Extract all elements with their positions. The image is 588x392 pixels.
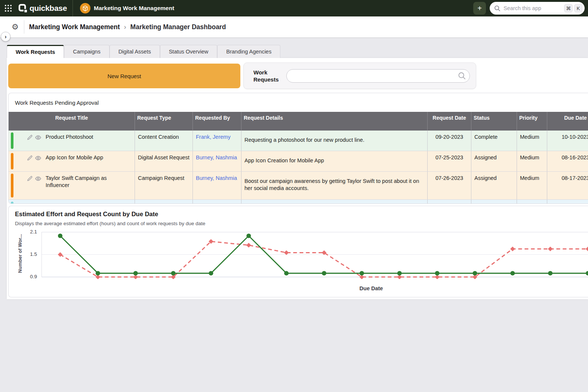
request-status: Assigned bbox=[471, 172, 517, 199]
request-status: Pending Review bbox=[471, 200, 517, 204]
request-status: Assigned bbox=[471, 151, 517, 171]
request-details: App Icon Creation for Mobile App bbox=[241, 151, 427, 171]
row-status-accent-bar bbox=[11, 202, 13, 204]
breadcrumb-app-link[interactable]: Marketing Work Management bbox=[29, 23, 120, 31]
app-cube-icon bbox=[80, 3, 90, 13]
quickbase-logo[interactable]: quickbase bbox=[18, 4, 67, 13]
tab-work-requests[interactable]: Work Requests bbox=[7, 45, 64, 58]
table-row[interactable]: App Icon for Mobile AppDigital Asset Req… bbox=[9, 151, 588, 172]
request-type: Content Creation bbox=[135, 131, 193, 151]
due-date: 08-16-2023 bbox=[547, 151, 588, 171]
due-date: 08-15-2024 bbox=[547, 200, 588, 204]
requested-by-link[interactable]: Frank, Jeremy bbox=[193, 131, 241, 151]
row-status-accent-bar bbox=[11, 153, 13, 169]
request-date: 07-26-2023 bbox=[427, 172, 471, 199]
view-record-icon[interactable] bbox=[35, 155, 41, 161]
gear-icon[interactable]: ⚙ bbox=[12, 22, 19, 31]
table-row[interactable]: Taylor Swift Campaign as InfluencerCampa… bbox=[9, 172, 588, 200]
row-status-accent-bar bbox=[11, 174, 13, 197]
work-requests-search-card: Work Requests bbox=[243, 62, 476, 89]
request-date: 09-20-2023 bbox=[427, 131, 471, 151]
tab-bar: Work RequestsCampaignsDigital AssetsStat… bbox=[7, 45, 280, 58]
chart-y-tick: 0.9 bbox=[24, 274, 37, 279]
breadcrumb: ⚙ Marketing Work Management › Marketing … bbox=[0, 16, 588, 37]
chart-x-axis-label: Due Date bbox=[338, 285, 405, 291]
requested-by-link[interactable]: Burney, Nashmia bbox=[193, 172, 241, 199]
app-window: quickbase Marketing Work Management + bbox=[0, 0, 588, 392]
request-type: Content Creation bbox=[135, 200, 193, 204]
column-header-status[interactable]: Status bbox=[471, 112, 517, 131]
topbar-divider bbox=[73, 0, 73, 16]
request-date: 07-28-2024 bbox=[427, 200, 471, 204]
pending-approval-card: Work Requests Pending Approval Request T… bbox=[8, 93, 588, 204]
chart-y-axis-label: Number of Wor... bbox=[17, 224, 23, 284]
requested-by-link[interactable] bbox=[193, 200, 241, 204]
request-title: Product Photoshoot bbox=[46, 134, 93, 141]
work-requests-search-label: Work Requests bbox=[253, 69, 280, 83]
column-header-request-date[interactable]: Request Date bbox=[427, 112, 471, 131]
row-status-accent-bar bbox=[11, 132, 13, 149]
request-details bbox=[241, 200, 427, 204]
table-row[interactable]: Product PhotoshootContent CreationFrank,… bbox=[9, 131, 588, 151]
request-priority: Medium bbox=[517, 151, 547, 171]
column-header-priority[interactable]: Priority bbox=[517, 112, 547, 131]
table-row[interactable]: New Website LaunchContent Creation07-28-… bbox=[9, 200, 588, 204]
dashboard-panel: New Request Work Requests Work Requests … bbox=[7, 58, 588, 299]
column-header-request-type[interactable]: Request Type bbox=[135, 112, 193, 131]
request-type: Campaign Request bbox=[135, 172, 193, 199]
request-status: Complete bbox=[471, 131, 517, 151]
chart-subtitle: Displays the average estimated effort (h… bbox=[15, 221, 588, 226]
column-header-requested-by[interactable]: Requested By bbox=[193, 112, 241, 131]
chart-plot bbox=[41, 230, 588, 279]
chart-card: Estimated Effort and Request Count by Du… bbox=[8, 206, 588, 297]
search-icon bbox=[458, 72, 466, 80]
tab-digital-assets[interactable]: Digital Assets bbox=[110, 45, 160, 58]
due-date: 08-17-2023 bbox=[547, 172, 588, 199]
topbar: quickbase Marketing Work Management + bbox=[0, 0, 588, 16]
table-body: Product PhotoshootContent CreationFrank,… bbox=[9, 131, 588, 204]
kbd-command-key: ⌘ bbox=[564, 4, 573, 12]
search-icon bbox=[494, 5, 501, 12]
view-record-icon[interactable] bbox=[35, 134, 41, 141]
column-header-request-title[interactable]: Request Title bbox=[9, 112, 135, 131]
request-details: Boost our campaign awareness by getting … bbox=[241, 172, 427, 199]
chart-y-tick: 1.5 bbox=[24, 251, 37, 257]
column-header-due-date[interactable]: Due Date bbox=[547, 112, 588, 131]
tab-branding-agencies[interactable]: Branding Agencies bbox=[217, 45, 280, 58]
request-priority: Medium bbox=[517, 200, 547, 204]
quickbase-wordmark: quickbase bbox=[30, 4, 67, 13]
work-requests-search-input[interactable] bbox=[292, 73, 458, 79]
kbd-k-key: K bbox=[574, 4, 582, 12]
request-title: App Icon for Mobile App bbox=[46, 154, 103, 161]
view-record-icon[interactable] bbox=[35, 175, 41, 182]
edit-record-icon[interactable] bbox=[27, 175, 33, 182]
edit-record-icon[interactable] bbox=[27, 155, 33, 161]
request-title: Taylor Swift Campaign as Influencer bbox=[46, 175, 132, 189]
column-header-request-details[interactable]: Request Details bbox=[241, 112, 427, 131]
work-requests-search-field[interactable] bbox=[286, 69, 470, 83]
tab-campaigns[interactable]: Campaigns bbox=[64, 45, 109, 58]
edit-record-icon[interactable] bbox=[27, 134, 33, 141]
chart-title: Estimated Effort and Request Count by Du… bbox=[15, 211, 588, 218]
quickbase-logo-mark-icon bbox=[18, 4, 28, 13]
view-record-icon[interactable] bbox=[35, 203, 41, 204]
topbar-search[interactable]: ⌘ K bbox=[490, 2, 585, 15]
request-date: 07-25-2023 bbox=[427, 151, 471, 171]
topbar-search-input[interactable] bbox=[504, 5, 563, 11]
request-type: Digital Asset Request bbox=[135, 151, 193, 171]
app-home-link[interactable]: Marketing Work Management bbox=[80, 3, 174, 13]
due-date: 10-10-2023 bbox=[547, 131, 588, 151]
breadcrumb-divider bbox=[24, 20, 24, 34]
requested-by-link[interactable]: Burney, Nashmia bbox=[193, 151, 241, 171]
chart-y-tick: 2.1 bbox=[24, 229, 37, 235]
page-title: Marketing Manager Dashboard bbox=[130, 23, 226, 31]
edit-record-icon[interactable] bbox=[27, 203, 33, 204]
app-name: Marketing Work Management bbox=[94, 5, 174, 12]
sidebar-expand-button[interactable]: › bbox=[1, 32, 10, 42]
tab-status-overview[interactable]: Status Overview bbox=[160, 45, 218, 58]
app-grid-icon[interactable] bbox=[5, 5, 12, 12]
new-request-button[interactable]: New Request bbox=[8, 64, 240, 88]
add-button[interactable]: + bbox=[473, 2, 486, 15]
chevron-right-icon: › bbox=[124, 23, 126, 31]
table-title: Work Requests Pending Approval bbox=[15, 99, 588, 106]
